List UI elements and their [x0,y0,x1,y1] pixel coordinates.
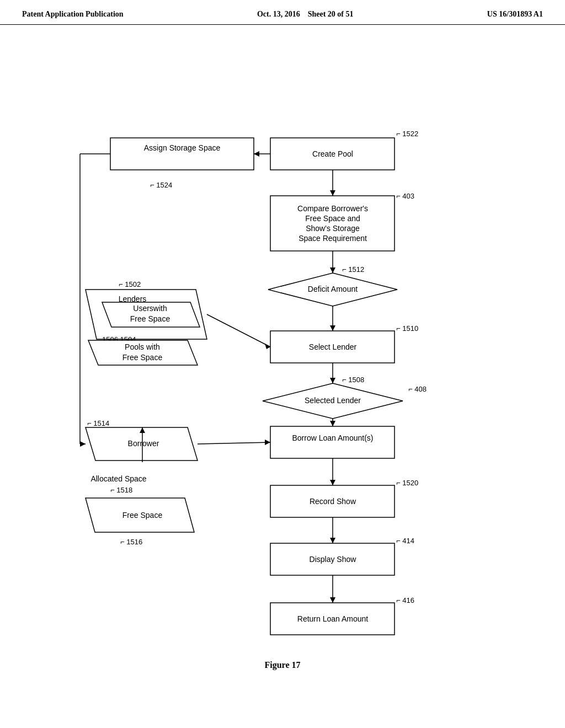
svg-text:⌐ 414: ⌐ 414 [396,537,414,545]
svg-text:Pools with: Pools with [125,342,160,351]
svg-text:⌐ 1502: ⌐ 1502 [119,280,141,288]
svg-text:Userswith: Userswith [133,304,167,313]
svg-text:Free Space and: Free Space and [305,214,360,223]
svg-text:⌐ 408: ⌐ 408 [408,385,427,393]
svg-text:Allocated Space: Allocated Space [90,474,146,483]
svg-text:Free Space: Free Space [130,314,170,323]
figure-label: Figure 17 [264,660,300,670]
svg-marker-65 [330,421,335,426]
svg-text:⌐ 403: ⌐ 403 [396,192,414,200]
svg-text:Borrower: Borrower [128,439,159,448]
svg-line-60 [207,314,270,347]
svg-text:Selected Lender: Selected Lender [305,396,361,405]
svg-marker-53 [254,151,259,157]
svg-marker-73 [330,480,335,485]
svg-text:Record Show: Record Show [310,497,356,506]
header-left: Patent Application Publication [22,10,124,19]
svg-text:⌐ 1510: ⌐ 1510 [396,324,418,333]
svg-text:⌐ 1524: ⌐ 1524 [150,181,172,189]
svg-text:Display Show: Display Show [310,555,357,564]
svg-text:⌐ 1508: ⌐ 1508 [342,376,364,384]
svg-text:Select Lender: Select Lender [309,342,357,351]
svg-text:⌐ 1522: ⌐ 1522 [396,130,418,138]
svg-text:Create Pool: Create Pool [312,149,353,158]
svg-text:⌐ 1514: ⌐ 1514 [87,419,109,427]
svg-text:Free Space: Free Space [122,511,163,520]
svg-text:⌐ 1518: ⌐ 1518 [110,486,132,494]
svg-marker-55 [330,190,335,196]
svg-text:⌐ 1512: ⌐ 1512 [342,265,364,274]
svg-text:Deficit Amount: Deficit Amount [308,285,358,293]
svg-text:⌐ 1516: ⌐ 1516 [120,538,142,546]
svg-marker-77 [330,597,335,603]
svg-marker-63 [330,378,335,383]
page-header: Patent Application Publication Oct. 13, … [0,0,565,25]
header-center: Oct. 13, 2016 Sheet 20 of 51 [257,10,354,19]
svg-text:Show's Storage: Show's Storage [306,224,360,233]
svg-text:Compare Borrower's: Compare Borrower's [297,204,368,213]
header-right: US 16/301893 A1 [487,10,543,19]
svg-text:Return Loan Amount: Return Loan Amount [297,614,369,623]
svg-text:⌐ 1520: ⌐ 1520 [396,479,418,487]
svg-marker-59 [330,325,335,331]
svg-marker-57 [330,267,335,273]
svg-text:Free Space: Free Space [122,353,163,362]
svg-rect-36 [270,426,395,458]
svg-marker-67 [265,440,270,445]
svg-rect-0 [110,138,254,170]
svg-marker-71 [80,441,86,447]
svg-text:Assign Storage Space: Assign Storage Space [144,143,221,152]
diagram-area: Assign Storage Space Create Pool ⌐ 1522 … [0,25,565,687]
svg-line-66 [198,442,270,444]
svg-text:Borrow Loan Amount(s): Borrow Loan Amount(s) [292,433,373,442]
svg-text:Space Requirement: Space Requirement [299,234,367,243]
svg-marker-75 [330,538,335,543]
svg-text:⌐ 416: ⌐ 416 [396,596,414,604]
